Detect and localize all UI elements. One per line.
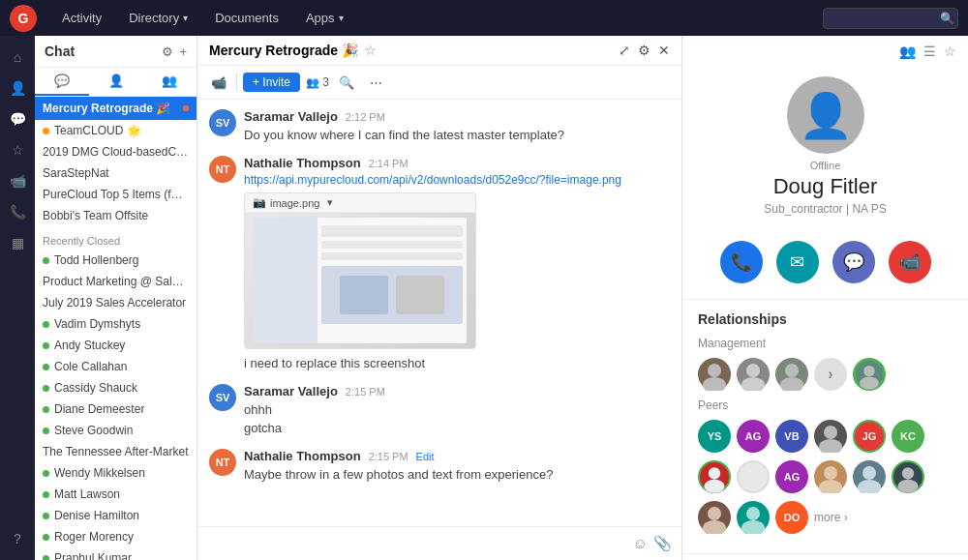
sidebar-box[interactable]: ▦ [4, 229, 31, 256]
tab-direct[interactable]: 💬 [35, 68, 89, 96]
list-item[interactable]: Bobbi's Team Offsite [35, 205, 197, 226]
peer-avatar[interactable]: VB [775, 420, 808, 453]
hierarchy-icon[interactable]: 👥 [899, 44, 916, 59]
star-icon[interactable]: ☆ [944, 44, 956, 59]
list-item[interactable]: Product Marketing @ Sales A... [35, 271, 197, 292]
tab-people[interactable]: 👤 [89, 68, 143, 96]
list-icon[interactable]: ☰ [923, 44, 936, 59]
list-item[interactable]: Andy Stuckey [35, 335, 197, 356]
more-peers-link[interactable]: more › [814, 501, 848, 534]
peer-avatar[interactable]: AG [737, 420, 770, 453]
peer-avatar[interactable] [892, 460, 924, 493]
list-item[interactable]: SaraStepNat [35, 162, 197, 184]
list-item[interactable]: TeamCLOUD 🌟 [35, 120, 197, 141]
list-item[interactable]: Cassidy Shauck [35, 377, 197, 398]
list-item[interactable]: July 2019 Sales Accelerator [35, 292, 197, 313]
expand-icon[interactable]: ⤢ [619, 43, 630, 58]
call-button[interactable]: 📞 [720, 241, 763, 283]
management-avatar[interactable] [698, 358, 731, 391]
list-item[interactable]: 2019 DMG Cloud-basedCCi ... [35, 141, 197, 162]
emoji-icon[interactable]: ☺ [633, 535, 648, 552]
list-item[interactable]: Denise Hamilton [35, 505, 197, 526]
message-text: Do you know where I can find the latest … [244, 127, 670, 144]
contact-divider [682, 553, 968, 554]
peer-avatar[interactable] [814, 460, 847, 493]
chat-area: Mercury Retrograde 🎉 ☆ ⤢ ⚙ ✕ 📹 + Invite … [197, 36, 682, 560]
management-avatar-self[interactable] [853, 358, 886, 391]
list-item[interactable]: Vadim Dymshyts [35, 313, 197, 335]
chat-item-name: Andy Stuckey [54, 339, 125, 352]
tab-groups[interactable]: 👥 [142, 68, 197, 96]
list-item[interactable]: Matt Lawson [35, 484, 197, 505]
search-bar[interactable]: 🔍 [823, 8, 958, 29]
sidebar-phone[interactable]: 📞 [4, 198, 31, 225]
peer-avatar[interactable]: JG [853, 420, 886, 453]
attach-icon[interactable]: 📎 [653, 535, 672, 552]
active-chat-item[interactable]: Mercury Retrograde 🎉 [35, 97, 197, 120]
list-item[interactable]: Praphul Kumar [35, 547, 197, 560]
peer-avatar[interactable] [737, 460, 770, 493]
relationships-title: Relationships [698, 311, 953, 327]
nav-documents[interactable]: Documents [209, 7, 285, 29]
sidebar-home[interactable]: ⌂ [4, 44, 31, 71]
peer-avatar[interactable] [698, 460, 731, 493]
list-item[interactable]: PureCloud Top 5 Items (for ... [35, 184, 197, 205]
sidebar-help[interactable]: ? [4, 525, 31, 552]
chat-star-icon[interactable]: ☆ [364, 43, 377, 58]
chat-item-name: Matt Lawson [54, 487, 120, 501]
list-item[interactable]: Wendy Mikkelsen [35, 462, 197, 484]
management-avatar-more[interactable]: › [814, 358, 847, 391]
invite-button[interactable]: + Invite [243, 73, 300, 92]
profile-actions: 📞 ✉ 💬 📹 [682, 231, 968, 299]
chat-header: Mercury Retrograde 🎉 ☆ ⤢ ⚙ ✕ [197, 36, 681, 66]
chat-item-name: PureCloud Top 5 Items (for ... [43, 188, 189, 201]
list-item[interactable]: Cole Callahan [35, 356, 197, 377]
close-icon[interactable]: ✕ [658, 43, 670, 58]
peer-avatar[interactable] [814, 420, 847, 453]
sidebar-person[interactable]: 👤 [4, 74, 31, 102]
sidebar-star[interactable]: ☆ [4, 136, 31, 163]
sidebar-chat[interactable]: 💬 [4, 105, 31, 133]
nav-directory[interactable]: Directory ▾ [123, 7, 194, 29]
list-item[interactable]: Todd Hollenberg [35, 250, 197, 271]
message-link[interactable]: https://api.mypurecloud.com/api/v2/downl… [244, 173, 670, 187]
search-icon[interactable]: 🔍 [335, 71, 358, 94]
list-item[interactable]: Diane Demeester [35, 398, 197, 420]
chat-item-name: The Tennessee After-Market [43, 445, 189, 458]
video-icon[interactable]: 📹 [207, 71, 230, 94]
management-avatar[interactable] [775, 358, 808, 391]
peer-avatar[interactable] [853, 460, 886, 493]
svg-point-14 [862, 466, 876, 480]
search-input[interactable] [833, 12, 940, 25]
peer-avatar[interactable]: KC [892, 420, 924, 453]
chat-plus-icon[interactable]: + [179, 44, 187, 59]
edit-link[interactable]: Edit [416, 451, 435, 462]
sidebar-video[interactable]: 📹 [4, 167, 31, 194]
email-button[interactable]: ✉ [776, 241, 819, 283]
status-dot [43, 470, 49, 477]
peers-row-2: AG [698, 460, 953, 493]
profile-subtitle: Sub_contractor | NA PS [764, 202, 887, 216]
chat-input[interactable] [207, 537, 625, 551]
management-avatar[interactable] [737, 358, 770, 391]
more-icon[interactable]: ⋯ [364, 71, 387, 94]
list-item[interactable]: The Tennessee After-Market [35, 441, 197, 462]
chat-gear-icon[interactable]: ⚙ [162, 44, 173, 59]
peer-avatar[interactable] [737, 501, 770, 534]
peer-avatar[interactable] [698, 501, 731, 534]
settings-icon[interactable]: ⚙ [638, 43, 650, 58]
list-item[interactable]: Roger Morency [35, 526, 197, 547]
nav-apps[interactable]: Apps ▾ [300, 7, 349, 29]
status-dot [43, 342, 49, 349]
video-button[interactable]: 📹 [889, 241, 931, 283]
participants-icon[interactable]: 👥 3 [306, 71, 329, 94]
svg-point-1 [703, 377, 726, 391]
peer-avatar[interactable]: AG [775, 460, 808, 493]
message-button[interactable]: 💬 [832, 241, 875, 283]
peer-avatar[interactable]: DO [775, 501, 808, 534]
nav-activity[interactable]: Activity [56, 7, 107, 29]
list-item[interactable]: Steve Goodwin [35, 420, 197, 441]
peer-avatar[interactable]: YS [698, 420, 731, 453]
message-text: Maybe throw in a few photos and text fro… [244, 466, 670, 484]
message-group: NT Nathalie Thompson 2:15 PM Edit Maybe … [209, 449, 670, 484]
